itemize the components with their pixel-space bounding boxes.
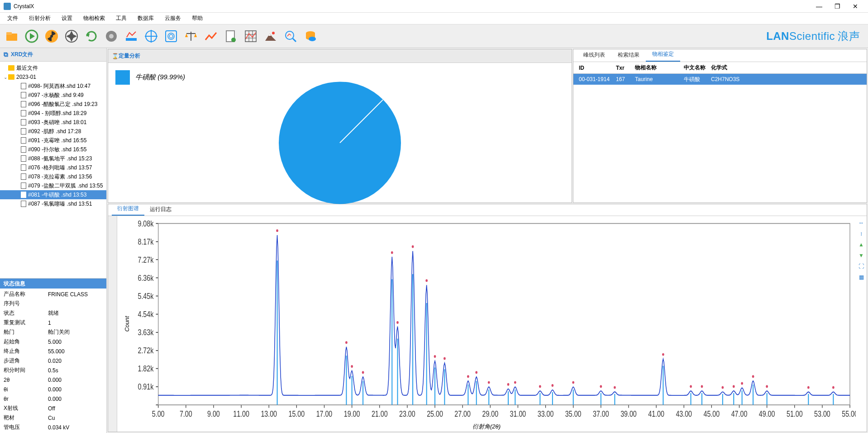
- cloud-db-button[interactable]: [301, 27, 320, 45]
- file-tree[interactable]: 最近文件⌄2023-01#098- 阿莫西林.shd 10:47#097 -水杨…: [0, 62, 106, 278]
- svg-text:7.27k: 7.27k: [138, 255, 154, 264]
- col-header-txr[interactable]: Txr: [614, 65, 633, 71]
- down-icon[interactable]: ▼: [857, 251, 865, 260]
- aperture-button[interactable]: [62, 27, 81, 45]
- expand-v-icon[interactable]: ↕: [857, 230, 865, 238]
- up-icon[interactable]: ▲: [857, 241, 865, 249]
- spectrum-tabs: 衍射图谱运行日志: [108, 204, 867, 216]
- file-panel-icon: ⧉: [4, 51, 8, 58]
- status-row: 2θ0.000: [4, 375, 103, 385]
- svg-point-20: [231, 38, 236, 42]
- close-button[interactable]: ✕: [846, 3, 864, 10]
- svg-text:41.00: 41.00: [648, 409, 664, 419]
- quant-panel: ⌛ 定量分析 牛磺酸 (99.99%): [108, 49, 572, 203]
- fit-icon[interactable]: ⛶: [857, 262, 865, 270]
- spectrum-chart[interactable]: Count 衍射角(2θ) 0.91k1.82k2.72k3.63k4.54k5…: [117, 216, 856, 432]
- minimize-button[interactable]: —: [810, 3, 828, 10]
- col-header-name[interactable]: 物相名称: [633, 64, 682, 72]
- file-panel-header: ⧉ XRD文件: [0, 48, 106, 62]
- results-panel: 峰线列表检索结果物相鉴定 ID Txr 物相名称 中文名称 化学式 00-031…: [573, 49, 867, 203]
- expand-h-icon[interactable]: ↔: [857, 219, 865, 227]
- col-header-id[interactable]: ID: [577, 65, 614, 71]
- svg-point-155: [552, 384, 554, 387]
- tree-file[interactable]: #079 -盐酸二甲双胍 .shd 13:55: [0, 181, 106, 190]
- run-button[interactable]: [23, 27, 41, 45]
- tree-file[interactable]: #087 -氢氯噻嗪 .shd 13:51: [0, 199, 106, 208]
- status-body: 产品名称FRINGE CLASS序列号状态就绪重复测试1舱门舱门关闭起始角5.0…: [0, 289, 106, 433]
- tree-file[interactable]: #098- 阿莫西林.shd 10:47: [0, 82, 106, 91]
- svg-rect-21: [245, 31, 256, 42]
- tree-file[interactable]: #078 -克拉霉素 .shd 13:56: [0, 172, 106, 181]
- svg-text:27.00: 27.00: [454, 409, 471, 419]
- svg-point-156: [572, 381, 574, 384]
- svg-point-163: [733, 385, 735, 388]
- report-button[interactable]: [222, 27, 240, 45]
- svg-point-165: [752, 375, 754, 378]
- spectrum-tab[interactable]: 运行日志: [144, 203, 177, 216]
- app-title: CrystalX: [14, 3, 810, 10]
- tree-recent[interactable]: 最近文件: [0, 63, 106, 72]
- results-tabs: 峰线列表检索结果物相鉴定: [573, 49, 867, 62]
- results-tab[interactable]: 检索结果: [611, 48, 646, 62]
- svg-point-150: [475, 371, 477, 374]
- menu-item[interactable]: 文件: [2, 14, 24, 22]
- results-tab[interactable]: 物相鉴定: [646, 48, 680, 62]
- file-panel-title: XRD文件: [11, 51, 33, 58]
- menu-item[interactable]: 数据库: [132, 14, 159, 22]
- tree-file[interactable]: #094 - 别嘌醇.shd 18:29: [0, 109, 106, 118]
- settings-gear-button[interactable]: [102, 27, 120, 45]
- grid-chart-button[interactable]: [242, 27, 260, 45]
- titlebar: CrystalX — ❐ ✕: [0, 0, 868, 13]
- svg-point-147: [434, 355, 436, 358]
- menu-item[interactable]: 帮助: [186, 14, 208, 22]
- menu-item[interactable]: 衍射分析: [24, 14, 56, 22]
- search-chart-button[interactable]: [281, 27, 300, 45]
- spectrum-color-button[interactable]: [122, 27, 140, 45]
- tree-file[interactable]: #091 -克霉唑 .shd 16:55: [0, 136, 106, 145]
- spectrum-tab[interactable]: 衍射图谱: [112, 202, 144, 216]
- open-file-button[interactable]: [3, 27, 21, 45]
- results-row[interactable]: 00-031-1914167Taurine牛磺酸C2H7NO3S: [573, 74, 867, 85]
- col-header-formula[interactable]: 化学式: [709, 64, 763, 72]
- mountain-button[interactable]: [262, 27, 280, 45]
- grid-icon[interactable]: ▦: [857, 273, 865, 281]
- tree-file[interactable]: #092 -肌醇 .shd 17:28: [0, 127, 106, 136]
- tree-file[interactable]: #090 -扑尔敏 .shd 16:55: [0, 145, 106, 154]
- svg-line-30: [293, 38, 296, 42]
- menu-item[interactable]: 云服务: [159, 14, 186, 22]
- trend-button[interactable]: [202, 27, 220, 45]
- fingerprint-button[interactable]: [162, 27, 180, 45]
- svg-point-160: [690, 385, 692, 388]
- target-button[interactable]: [142, 27, 160, 45]
- quant-title: 定量分析: [119, 52, 140, 60]
- tree-file[interactable]: #088 -氨氯地平 .shd 15:23: [0, 154, 106, 163]
- tree-file[interactable]: #096 -醋酸氯己定 .shd 19:23: [0, 100, 106, 109]
- chart-left-gutter[interactable]: [108, 216, 117, 432]
- svg-text:51.00: 51.00: [787, 409, 803, 419]
- menu-item[interactable]: 物相检索: [78, 14, 110, 22]
- maximize-button[interactable]: ❐: [828, 3, 846, 10]
- tree-file[interactable]: #076 -格列吡嗪 .shd 13:57: [0, 163, 106, 172]
- tree-file[interactable]: #081 -牛磺酸 .shd 13:53: [0, 190, 106, 199]
- svg-text:23.00: 23.00: [399, 409, 415, 419]
- status-row: θr0.000: [4, 394, 103, 404]
- svg-text:2.72k: 2.72k: [138, 346, 154, 355]
- svg-marker-26: [265, 34, 276, 41]
- refresh-button[interactable]: [82, 27, 100, 45]
- svg-point-164: [741, 382, 743, 385]
- results-tab[interactable]: 峰线列表: [577, 48, 611, 62]
- svg-text:43.00: 43.00: [676, 409, 692, 419]
- svg-point-15: [168, 33, 174, 39]
- balance-button[interactable]: [182, 27, 200, 45]
- col-header-cn[interactable]: 中文名称: [682, 64, 709, 72]
- tree-folder[interactable]: ⌄2023-01: [0, 72, 106, 82]
- menu-item[interactable]: 设置: [56, 14, 78, 22]
- svg-point-28: [272, 32, 275, 34]
- status-row: 舱门舱门关闭: [4, 327, 103, 337]
- menu-item[interactable]: 工具: [110, 14, 132, 22]
- radiation-button[interactable]: [43, 27, 61, 45]
- tree-file[interactable]: #093 -奥硝唑 .shd 18:01: [0, 118, 106, 127]
- svg-text:19.00: 19.00: [344, 409, 360, 419]
- svg-text:35.00: 35.00: [565, 409, 582, 419]
- tree-file[interactable]: #097 -水杨酸 .shd 9:49: [0, 91, 106, 100]
